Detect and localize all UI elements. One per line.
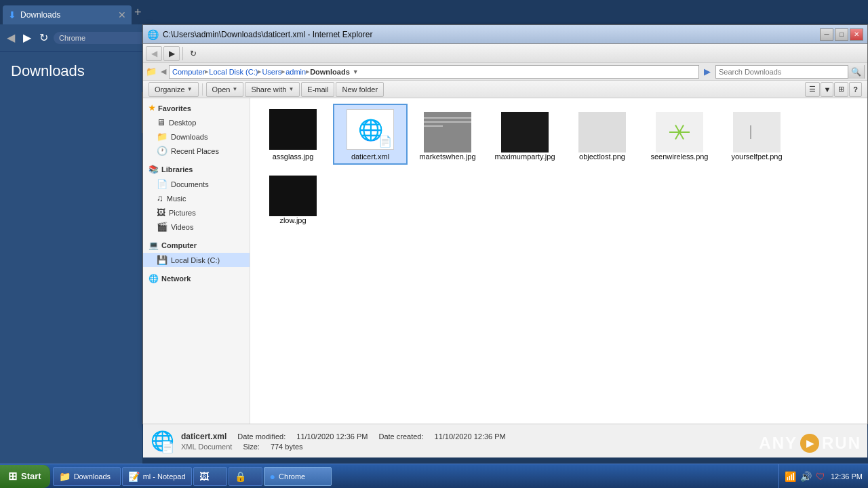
nav-item-local-disk[interactable]: 💾 Local Disk (C:) (143, 253, 250, 267)
breadcrumb-local-disk[interactable]: Local Disk (C:) (209, 68, 258, 76)
status-file-icon: 🌐 📄 (150, 426, 174, 456)
taskbar-notepad-label: ml - Notepad (143, 472, 186, 481)
file-item-objectlost[interactable]: objectlost.png (565, 104, 639, 165)
breadcrumb-downloads: Downloads (310, 68, 350, 76)
music-icon: ♫ (157, 193, 163, 203)
file-name-seenwireless: seenwireless.png (651, 152, 709, 161)
taskbar-notepad-icon: 📝 (128, 471, 140, 482)
file-item-marketswhen[interactable]: marketswhen.jpg (410, 104, 485, 165)
taskbar-downloads-label: Downloads (74, 472, 111, 481)
network-label: Network (161, 274, 191, 283)
chrome-refresh-btn[interactable]: ↻ (37, 30, 51, 45)
status-doc-icon: 📄 (161, 441, 174, 453)
status-size-label: Size: (243, 443, 259, 451)
taskbar-item-notepad[interactable]: 📝 ml - Notepad (122, 467, 192, 486)
ie-refresh-btn[interactable]: ↻ (186, 46, 201, 61)
start-button[interactable]: ⊞ Start (0, 465, 50, 488)
taskbar-item-downloads[interactable]: 📁 Downloads (53, 467, 121, 486)
ie-view-list-btn[interactable]: ☰ (805, 82, 820, 97)
ie-go-btn[interactable]: ▶ (704, 66, 711, 77)
open-arrow: ▼ (232, 86, 237, 92)
ie-maximize-btn[interactable]: □ (835, 28, 848, 41)
nav-item-recent-places[interactable]: 🕐 Recent Places (143, 144, 250, 158)
watermark-any-text: ANY (759, 434, 797, 453)
nav-computer-header[interactable]: 💻 Computer (143, 238, 250, 253)
ie-search-box: 🔍 (715, 65, 865, 79)
status-row2: XML Document Size: 774 bytes (181, 443, 506, 451)
nav-libraries-header[interactable]: 📚 Libraries (143, 162, 250, 177)
taskbar: ⊞ Start 📁 Downloads 📝 ml - Notepad 🖼 🔒 ●… (0, 464, 868, 488)
file-item-seenwireless[interactable]: seenwireless.png (642, 104, 717, 165)
open-label: Open (212, 85, 231, 94)
chrome-back-btn[interactable]: ◀ (4, 30, 18, 45)
ie-view-dropdown-btn[interactable]: ▼ (821, 82, 833, 97)
breadcrumb-computer[interactable]: Computer (172, 68, 205, 76)
ie-search-btn[interactable]: 🔍 (848, 65, 864, 79)
ie-title-bar: 🌐 C:\Users\admin\Downloads\daticert.xml … (143, 25, 867, 44)
ie-new-folder-btn[interactable]: New folder (336, 82, 384, 97)
file-item-maximumparty[interactable]: maximumparty.jpg (488, 104, 562, 165)
chrome-tab-label: Downloads (20, 10, 60, 20)
ie-view-btns: ☰ ▼ ⊞ ? (805, 82, 862, 97)
organize-arrow: ▼ (187, 86, 193, 92)
file-item-assglass[interactable]: assglass.jpg (256, 104, 330, 165)
ie-nav-panel: ★ Favorites 🖥 Desktop 📁 Downloads 🕐 Rece… (143, 98, 250, 424)
ie-search-input[interactable] (716, 68, 848, 76)
breadcrumb-dropdown-btn[interactable]: ▼ (353, 68, 359, 75)
ie-open-btn[interactable]: Open ▼ (206, 82, 244, 97)
chrome-downloads-title: Downloads (0, 52, 142, 88)
file-item-yourselfpet[interactable]: yourselfpet.png (719, 104, 794, 165)
status-date-modified: 11/10/2020 12:36 PM (296, 432, 368, 441)
chrome-tab-close-btn[interactable]: ✕ (118, 9, 126, 20)
taskbar-item-lock[interactable]: 🔒 (229, 467, 262, 486)
anyrun-watermark: ANY ▶ RUN (732, 423, 868, 464)
tray-volume-icon[interactable]: 🔊 (800, 471, 812, 482)
ie-address-arrow-left[interactable]: ◀ (161, 67, 166, 76)
taskbar-downloads-icon: 📁 (59, 471, 71, 482)
chrome-forward-btn[interactable]: ▶ (20, 30, 34, 45)
nav-item-videos[interactable]: 🎬 Videos (143, 220, 250, 234)
nav-item-pictures[interactable]: 🖼 Pictures (143, 205, 250, 220)
tray-network-icon[interactable]: 📶 (785, 471, 796, 482)
file-item-daticert[interactable]: 🌐 📄 daticert.xml (333, 104, 408, 165)
ie-organize-btn[interactable]: Organize ▼ (149, 82, 199, 97)
nav-item-documents[interactable]: 📄 Documents (143, 177, 250, 191)
ie-close-btn[interactable]: ✕ (850, 28, 863, 41)
file-item-zlow[interactable]: zlow.jpg (256, 167, 330, 228)
ie-help-btn[interactable]: ? (849, 82, 862, 97)
libraries-icon: 📚 (149, 165, 159, 174)
file-name-daticert: daticert.xml (351, 152, 389, 161)
tray-security-icon[interactable]: 🛡 (816, 471, 825, 482)
breadcrumb-admin[interactable]: admin (285, 68, 306, 76)
desktop-icon: 🖥 (157, 117, 165, 127)
file-thumb-seenwireless (656, 112, 703, 152)
nav-favorites-header[interactable]: ★ Favorites (143, 101, 250, 115)
local-disk-icon: 💾 (157, 255, 167, 265)
ie-window: 🌐 C:\Users\admin\Downloads\daticert.xml … (142, 24, 868, 424)
taskbar-img-icon: 🖼 (199, 471, 209, 482)
ie-view-icons-btn[interactable]: ⊞ (834, 82, 848, 97)
taskbar-item-img-viewer[interactable]: 🖼 (193, 467, 227, 486)
status-date-created: 11/10/2020 12:36 PM (435, 432, 506, 441)
breadcrumb-users[interactable]: Users (262, 68, 281, 76)
ie-breadcrumb[interactable]: Computer ▸ Local Disk (C:) ▸ Users ▸ adm… (169, 65, 699, 79)
tab-download-icon: ⬇ (8, 9, 16, 20)
taskbar-chrome-label: Chrome (279, 472, 305, 481)
chrome-tab-downloads[interactable]: ⬇ Downloads ✕ (3, 5, 132, 24)
documents-icon: 📄 (157, 179, 167, 189)
ie-folder-icon: 📁 (146, 66, 157, 77)
nav-item-downloads[interactable]: 📁 Downloads (143, 129, 250, 144)
ie-minimize-btn[interactable]: ─ (820, 28, 833, 41)
share-label: Share with (251, 85, 286, 94)
taskbar-item-chrome[interactable]: ● Chrome (264, 467, 332, 486)
chrome-new-tab-btn[interactable]: + (134, 5, 142, 20)
ie-share-btn[interactable]: Share with ▼ (245, 82, 300, 97)
downloads-nav-label: Downloads (171, 133, 208, 141)
nav-network-header[interactable]: 🌐 Network (143, 271, 250, 286)
file-thumb-maximumparty (501, 112, 549, 152)
nav-item-desktop[interactable]: 🖥 Desktop (143, 115, 250, 129)
ie-email-btn[interactable]: E-mail (301, 82, 334, 97)
ie-back-btn[interactable]: ◀ (146, 46, 162, 61)
ie-forward-btn[interactable]: ▶ (163, 46, 180, 61)
nav-item-music[interactable]: ♫ Music (143, 191, 250, 205)
